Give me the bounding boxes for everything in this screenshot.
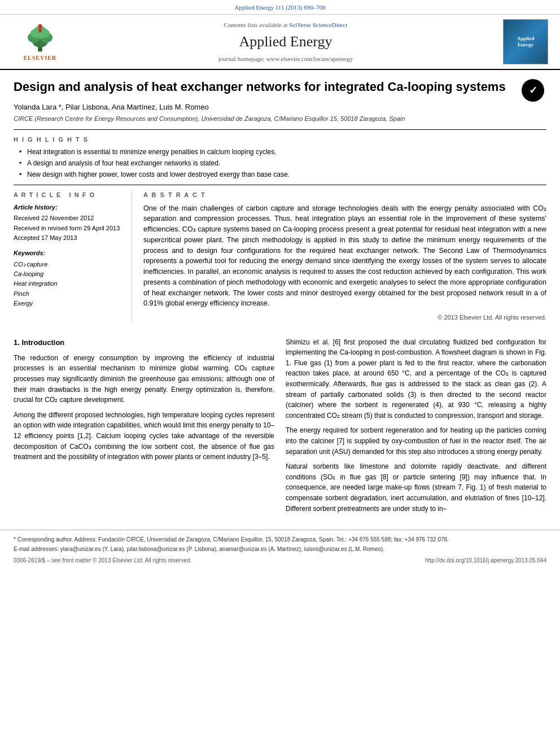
left-column: A R T I C L E I N F O Article history: R…: [14, 191, 132, 322]
received-date: Received 22 November 2012: [14, 214, 123, 222]
keyword-2: Ca-looping: [14, 270, 123, 278]
keywords-list: CO₂ capture Ca-looping Heat integration …: [14, 260, 123, 308]
abstract-text: One of the main challenges of carbon cap…: [143, 203, 546, 309]
sciverse-text: Contents lists available at SciVerse Sci…: [71, 21, 500, 29]
sciverse-link[interactable]: SciVerse ScienceDirect: [289, 21, 347, 28]
highlights-section: H I G H L I G H T S Heat integration is …: [14, 136, 546, 180]
authors: Yolanda Lara *, Pilar Lisbona, Ana Martí…: [14, 102, 546, 112]
journal-title: Applied Energy: [71, 32, 500, 52]
intro-para-2: Among the different proposed technologie…: [14, 410, 274, 462]
highlight-item-2: A design and analysis of four heat excha…: [19, 159, 546, 168]
page-footer: * Corresponding author. Address: Fundaci…: [0, 530, 560, 568]
keyword-1: CO₂ capture: [14, 260, 123, 269]
journal-center-info: Contents lists available at SciVerse Sci…: [71, 21, 500, 63]
article-info-abstract-layout: A R T I C L E I N F O Article history: R…: [14, 191, 546, 322]
accepted-date: Accepted 17 May 2013: [14, 234, 123, 242]
authors-text: Yolanda Lara *, Pilar Lisbona, Ana Martí…: [14, 103, 209, 111]
highlights-list: Heat integration is essential to minimiz…: [14, 147, 546, 179]
journal-top-bar: Applied Energy 111 (2013) 690–700: [0, 0, 560, 15]
journal-citation: Applied Energy 111 (2013) 690–700: [234, 4, 326, 11]
divider-2: [14, 185, 546, 185]
keyword-5: Exergy: [14, 299, 123, 308]
keywords-section: Keywords: CO₂ capture Ca-looping Heat in…: [14, 249, 123, 308]
intro-section-heading: 1. Introduction: [14, 337, 274, 348]
affiliation: CIRCE (Research Centre for Energy Resour…: [14, 115, 546, 123]
keywords-label: Keywords:: [14, 249, 123, 257]
footnote-star: * Corresponding author. Address: Fundaci…: [14, 536, 546, 544]
keyword-4: Pinch: [14, 290, 123, 298]
svg-rect-8: [38, 28, 42, 32]
footer-bottom: 0306-2619/$ – see front matter © 2013 El…: [14, 557, 546, 565]
abstract-label: A B S T R A C T: [143, 191, 546, 199]
right-column: A B S T R A C T One of the main challeng…: [143, 191, 546, 322]
highlight-item-1: Heat integration is essential to minimiz…: [19, 147, 546, 157]
footer-issn: 0306-2619/$ – see front matter © 2013 El…: [14, 557, 191, 565]
intro-right-para-1: Shimizu et al. [6] first proposed the du…: [286, 337, 546, 421]
elsevier-brand-label: ELSEVIER: [24, 54, 57, 62]
crossmark-badge: ✓: [522, 79, 546, 104]
intro-right-para-3: Natural sorbents like limestone and dolo…: [286, 461, 546, 514]
body-right-col: Shimizu et al. [6] first proposed the du…: [286, 337, 546, 519]
footer-doi: http://dx.doi.org/10.1016/j.apenergy.201…: [425, 557, 546, 565]
article-history-label: Article history:: [14, 203, 123, 212]
journal-header: ELSEVIER Contents lists available at Sci…: [0, 15, 560, 70]
elsevier-logo: ELSEVIER: [9, 22, 71, 62]
divider-1: [14, 129, 546, 130]
applied-energy-badge: AppliedEnergy: [503, 19, 548, 64]
crossmark-icon: ✓: [522, 79, 544, 102]
article-info-section: A R T I C L E I N F O Article history: R…: [14, 191, 123, 308]
badge-text: AppliedEnergy: [517, 36, 535, 49]
svg-point-7: [38, 24, 42, 28]
journal-homepage: journal homepage: www.elsevier.com/locat…: [71, 55, 500, 63]
svg-point-5: [30, 29, 40, 38]
intro-right-para-2: The energy required for sorbent regenera…: [286, 425, 546, 457]
highlights-label: H I G H L I G H T S: [14, 136, 546, 144]
journal-logo-right: AppliedEnergy: [500, 19, 551, 64]
body-left-col: 1. Introduction The reduction of energy …: [14, 337, 274, 519]
revised-date: Received in revised form 29 April 2013: [14, 224, 123, 233]
svg-point-6: [41, 29, 50, 38]
article-title-text: Design and analysis of heat exchanger ne…: [14, 80, 506, 94]
copyright: © 2013 Elsevier Ltd. All rights reserved…: [143, 313, 546, 322]
footnote-emails: E-mail addresses: ylara@unizar.es (Y. La…: [14, 545, 546, 553]
main-content: Design and analysis of heat exchanger ne…: [0, 70, 560, 331]
article-title-container: Design and analysis of heat exchanger ne…: [14, 79, 546, 95]
elsevier-tree-icon: [18, 22, 63, 53]
article-info-label: A R T I C L E I N F O: [14, 191, 123, 199]
intro-para-1: The reduction of energy consumption by i…: [14, 353, 274, 405]
highlight-item-3: New design with higher power, lower cost…: [19, 170, 546, 180]
body-two-col: 1. Introduction The reduction of energy …: [14, 337, 546, 519]
body-content: 1. Introduction The reduction of energy …: [0, 331, 560, 525]
abstract-section: A B S T R A C T One of the main challeng…: [143, 191, 546, 322]
keyword-3: Heat integration: [14, 279, 123, 288]
